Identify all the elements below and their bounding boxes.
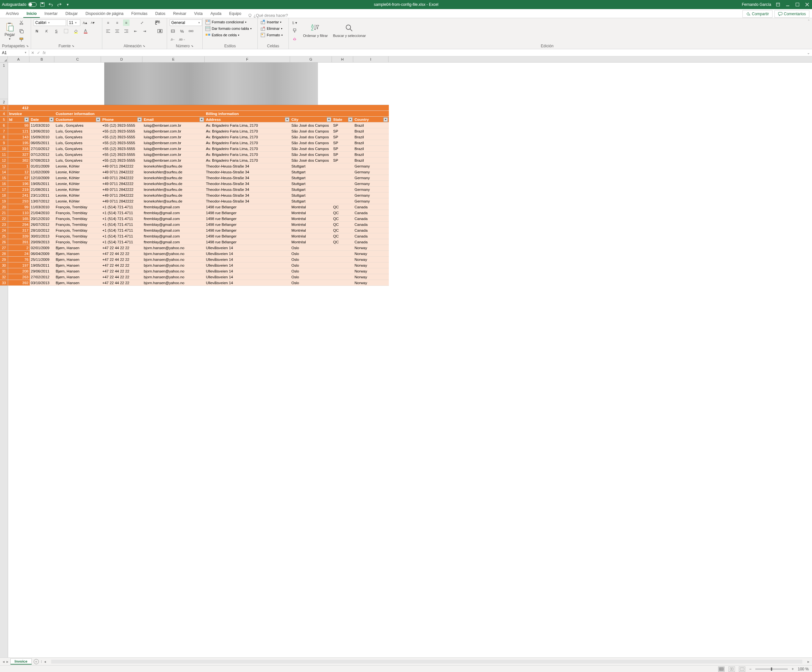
cell[interactable]: 12 [8, 169, 30, 174]
cell[interactable]: Montréal [290, 216, 332, 221]
cell[interactable]: São José dos Campos [290, 157, 332, 163]
cell[interactable]: Luís, Gonçalves [55, 134, 101, 140]
cell[interactable]: +55 (12) 3923-5555 [101, 157, 143, 163]
cell[interactable] [332, 198, 353, 204]
cell[interactable]: leonekohler@surfeu.de [143, 192, 205, 198]
cell[interactable]: +1 (514) 721-4711 [101, 239, 143, 245]
font-name-dropdown[interactable]: Calibri▼ [34, 19, 66, 26]
cell[interactable]: Brazil [353, 152, 389, 157]
row-header[interactable]: 24 [0, 227, 8, 233]
underline-button[interactable]: S [53, 28, 60, 34]
select-all-button[interactable] [0, 56, 8, 62]
tab-home[interactable]: Inicio [23, 10, 40, 18]
cell[interactable]: Leonie, Köhler [55, 192, 101, 198]
column-header[interactable]: F [205, 56, 290, 62]
cell[interactable]: Stuttgart [290, 198, 332, 204]
tab-formulas[interactable]: Fórmulas [128, 10, 150, 18]
cell[interactable]: Brazil [353, 134, 389, 140]
cell[interactable]: 293 [8, 198, 30, 204]
cell[interactable]: QC [332, 233, 353, 239]
accounting-format-icon[interactable] [170, 28, 176, 34]
cell[interactable]: 392 [8, 280, 30, 286]
column-header[interactable]: G [290, 56, 332, 62]
align-top-icon[interactable]: ≡ [105, 19, 111, 26]
cell[interactable]: 1498 rue Bélanger [205, 239, 290, 245]
enter-formula-icon[interactable]: ✓ [37, 51, 40, 55]
tab-help[interactable]: Ayuda [207, 10, 225, 18]
filter-dropdown-icon[interactable] [137, 117, 142, 122]
cell[interactable]: +49 0711 2842222 [101, 181, 143, 186]
cell[interactable]: Luís, Gonçalves [55, 128, 101, 134]
cell[interactable]: Ullevålsveien 14 [205, 262, 290, 268]
cell[interactable]: 263 [8, 274, 30, 280]
cell[interactable]: Germany [353, 186, 389, 192]
filter-dropdown-icon[interactable] [327, 117, 331, 122]
column-header[interactable]: D [101, 56, 142, 62]
row-header[interactable]: 22 [0, 216, 8, 222]
cell[interactable]: +1 (514) 721-4711 [101, 210, 143, 215]
cell[interactable]: 11/03/2010 [30, 123, 55, 128]
row-header[interactable]: 20 [0, 204, 8, 210]
cell[interactable]: +55 (12) 3923-5555 [101, 128, 143, 134]
cell[interactable]: Av. Brigadeiro Faria Lima, 2170 [205, 134, 290, 140]
cell[interactable]: +47 22 44 22 22 [101, 280, 143, 286]
section-header[interactable]: Billing information [205, 111, 290, 116]
cell[interactable]: Theodor-Heuss-Straße 34 [205, 163, 290, 169]
cell[interactable]: leonekohler@surfeu.de [143, 163, 205, 169]
cell[interactable]: François, Tremblay [55, 204, 101, 210]
section-header[interactable] [30, 111, 55, 116]
cell[interactable]: Theodor-Heuss-Straße 34 [205, 192, 290, 198]
row-header[interactable]: 16 [0, 181, 8, 186]
cell[interactable] [332, 251, 353, 256]
cell[interactable]: 2 [8, 245, 30, 250]
expand-formula-bar-icon[interactable]: ⌄ [807, 51, 810, 55]
cell[interactable]: Montréal [290, 227, 332, 233]
cell[interactable]: Stuttgart [290, 163, 332, 169]
cell[interactable]: Oslo [290, 251, 332, 256]
cell[interactable] [55, 105, 101, 111]
cell[interactable]: 12/10/2009 [30, 175, 55, 180]
cell[interactable]: 412 [8, 105, 30, 111]
table-column-header[interactable]: State [332, 117, 353, 122]
table-column-header[interactable]: Address [205, 117, 290, 122]
cell[interactable]: 316 [8, 146, 30, 151]
cell[interactable]: 06/04/2009 [30, 251, 55, 256]
cell[interactable]: Oslo [290, 280, 332, 286]
row-header[interactable]: 4 [0, 111, 8, 117]
normal-view-icon[interactable] [718, 667, 725, 672]
row-header[interactable]: 19 [0, 198, 8, 204]
row-header[interactable]: 9 [0, 140, 8, 146]
cell[interactable]: Germany [353, 192, 389, 198]
cell[interactable]: Canada [353, 216, 389, 221]
cell[interactable]: Ullevålsveien 14 [205, 251, 290, 256]
cell[interactable]: +47 22 44 22 22 [101, 268, 143, 274]
cell[interactable]: leonekohler@surfeu.de [143, 175, 205, 180]
font-color-icon[interactable]: A [82, 28, 89, 34]
cell[interactable]: QC [332, 222, 353, 227]
cell[interactable]: SP [332, 123, 353, 128]
ribbon-display-icon[interactable] [775, 2, 781, 7]
cell[interactable]: Av. Brigadeiro Faria Lima, 2170 [205, 123, 290, 128]
cell[interactable]: 27/10/2012 [30, 146, 55, 151]
borders-icon[interactable] [63, 28, 69, 34]
delete-cells-button[interactable]: Eliminar ▾ [260, 26, 286, 31]
cell[interactable]: ftremblay@gmail.com [143, 216, 205, 221]
cell[interactable] [332, 280, 353, 286]
cell[interactable]: 07/12/2012 [30, 152, 55, 157]
tab-layout[interactable]: Disposición de página [82, 10, 126, 18]
conditional-formatting-button[interactable]: Formato condicional ▾ [205, 19, 255, 25]
cell[interactable] [205, 105, 290, 111]
cell[interactable]: ftremblay@gmail.com [143, 210, 205, 215]
cell[interactable]: luisg@embraer.com.br [143, 157, 205, 163]
increase-font-icon[interactable]: A▴ [82, 19, 88, 26]
column-header[interactable]: C [55, 56, 101, 62]
cell[interactable]: 67 [8, 175, 30, 180]
cell[interactable]: Av. Brigadeiro Faria Lima, 2170 [205, 140, 290, 145]
increase-indent-icon[interactable]: ⇥ [141, 28, 148, 34]
cell[interactable]: Germany [353, 181, 389, 186]
filter-dropdown-icon[interactable] [285, 117, 290, 122]
cell[interactable]: +49 0711 2842222 [101, 198, 143, 204]
cell[interactable]: bjorn.hansen@yahoo.no [143, 268, 205, 274]
orientation-icon[interactable]: ⤢ [138, 19, 145, 26]
row-header[interactable]: 1 [0, 63, 8, 99]
